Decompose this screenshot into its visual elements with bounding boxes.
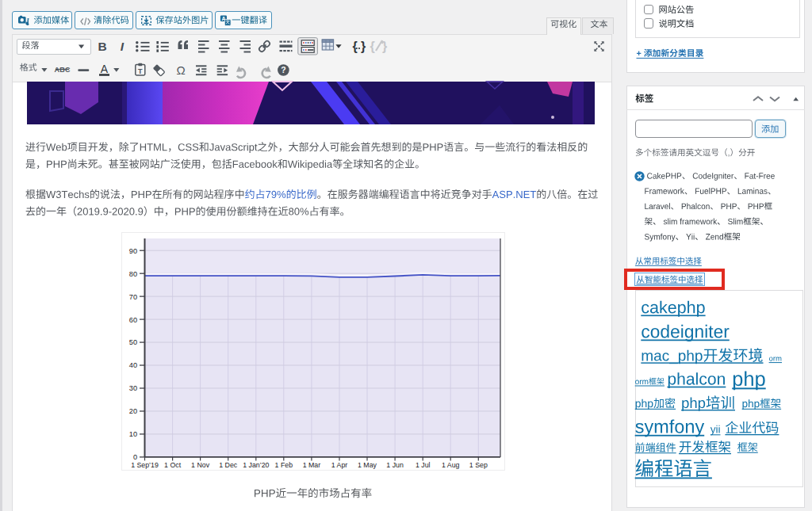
svg-text:1 Jan’20: 1 Jan’20 xyxy=(243,461,269,469)
svg-text:1 Aug: 1 Aug xyxy=(442,461,460,469)
svg-text:1 Nov: 1 Nov xyxy=(191,461,210,469)
svg-text:40: 40 xyxy=(129,361,137,369)
svg-text:50: 50 xyxy=(129,338,137,346)
svg-text:20: 20 xyxy=(129,407,137,415)
svg-text:30: 30 xyxy=(129,384,137,392)
svg-text:1 May: 1 May xyxy=(358,461,377,469)
svg-text:B: B xyxy=(98,40,106,53)
svg-text:80: 80 xyxy=(129,270,137,278)
svg-text:1 Mar: 1 Mar xyxy=(303,461,321,469)
svg-text:10: 10 xyxy=(129,430,137,438)
svg-text:}: } xyxy=(361,40,366,53)
svg-text:{: { xyxy=(370,40,375,53)
svg-text:}: } xyxy=(382,40,387,53)
svg-text:1 Oct: 1 Oct xyxy=(164,461,182,469)
svg-text:1 Jul: 1 Jul xyxy=(416,461,431,469)
svg-text:70: 70 xyxy=(129,293,137,301)
svg-text:1 Apr: 1 Apr xyxy=(331,461,348,469)
svg-text:1 Jun: 1 Jun xyxy=(386,461,404,469)
svg-text:1 Sep’19: 1 Sep’19 xyxy=(131,461,159,469)
svg-text:1 Feb: 1 Feb xyxy=(275,461,293,469)
svg-text:0: 0 xyxy=(133,453,137,461)
svg-text:A: A xyxy=(101,63,109,75)
svg-text:60: 60 xyxy=(129,316,137,324)
svg-text:ABC: ABC xyxy=(55,66,71,74)
svg-text:1 Dec: 1 Dec xyxy=(219,461,238,469)
svg-text:T: T xyxy=(138,67,143,75)
svg-text:{: { xyxy=(353,40,358,53)
svg-text:90: 90 xyxy=(129,247,137,255)
svg-text:?: ? xyxy=(281,65,285,74)
svg-text:1 Sep: 1 Sep xyxy=(469,461,488,469)
svg-text:Ω: Ω xyxy=(176,63,185,77)
svg-text:I: I xyxy=(121,40,124,53)
